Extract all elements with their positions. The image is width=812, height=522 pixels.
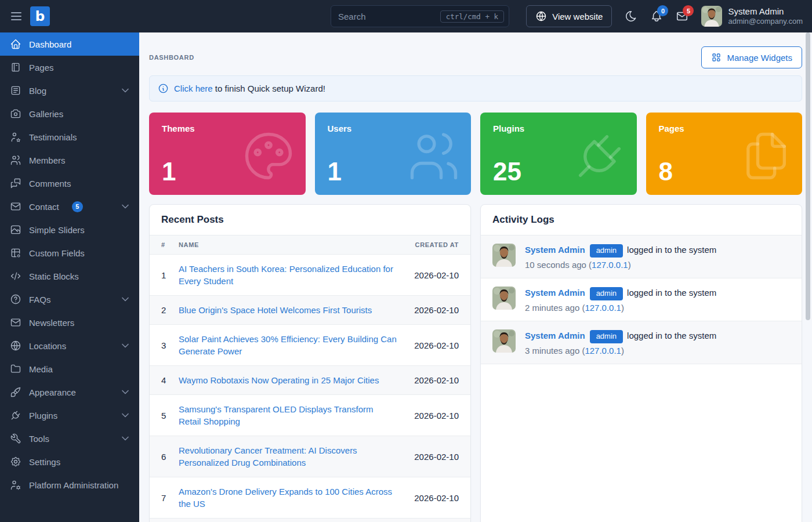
sidebar-item-faqs[interactable]: FAQs [0, 288, 139, 311]
view-website-button[interactable]: View website [526, 5, 612, 27]
sidebar-item-label: Pages [29, 63, 54, 72]
sidebar-item-label: Comments [29, 179, 71, 188]
table-row: 2Blue Origin's Space Hotel Welcomes Firs… [150, 296, 470, 325]
activity-user-link[interactable]: System Admin [525, 288, 585, 298]
notifications-button[interactable]: 0 [650, 10, 663, 23]
stat-card-pages[interactable]: Pages 8 [646, 113, 803, 195]
activity-action: logged in to the system [627, 288, 716, 298]
mail-icon [10, 201, 21, 212]
table-row: 6Revolutionary Cancer Treatment: AI Disc… [150, 436, 470, 477]
sidebar-item-contact[interactable]: Contact 5 [0, 195, 139, 218]
activity-log-entry: System Adminadminlogged in to the system… [481, 278, 802, 321]
sidebar-item-plugins[interactable]: Plugins [0, 404, 139, 427]
chevron-down-icon [119, 433, 131, 444]
sidebar-item-members[interactable]: Members [0, 148, 139, 172]
mail-icon [10, 317, 21, 328]
recent-posts-card: Recent Posts # NAME CREATED AT 1AI Teach… [149, 204, 471, 522]
brand-logo-letter: b [35, 9, 45, 24]
activity-ip-link[interactable]: 127.0.0.1 [585, 303, 621, 313]
stat-card-themes[interactable]: Themes 1 [149, 113, 306, 195]
plug-icon [571, 127, 629, 185]
sidebar-item-label: Blog [29, 86, 46, 96]
activity-time: 10 seconds ago [525, 260, 586, 270]
scrollbar-thumb[interactable] [806, 32, 810, 320]
theme-toggle-button[interactable] [625, 10, 637, 23]
activity-user-link[interactable]: System Admin [525, 245, 585, 255]
stat-card-users[interactable]: Users 1 [315, 113, 472, 195]
alert-text: Click here to finish Quick setup Wizard! [174, 84, 325, 93]
stat-cards: Themes 1 Users 1 Plugins 25 Pages 8 [149, 113, 802, 195]
sidebar-item-label: Dashboard [29, 39, 71, 49]
sidebar-item-label: Settings [29, 457, 60, 467]
messages-count-badge: 5 [683, 5, 694, 16]
post-link[interactable]: AI Teachers in South Korea: Personalized… [179, 264, 393, 286]
sidebar-item-label: Tools [29, 434, 49, 444]
activity-content: System Adminadminlogged in to the system… [525, 329, 716, 356]
sidebar-toggle-button[interactable] [8, 8, 24, 24]
moon-icon [625, 10, 637, 23]
article-icon [10, 85, 21, 96]
post-link[interactable]: Amazon's Drone Delivery Expands to 100 C… [179, 487, 392, 509]
user-cog-icon [10, 479, 21, 491]
manage-widgets-button[interactable]: Manage Widgets [701, 46, 802, 68]
post-link[interactable]: Waymo Robotaxis Now Operating in 25 Majo… [179, 375, 379, 385]
post-link[interactable]: Revolutionary Cancer Treatment: AI Disco… [179, 445, 357, 467]
sidebar-item-comments[interactable]: Comments [0, 172, 139, 195]
sidebar-item-static-blocks[interactable]: Static Blocks [0, 264, 139, 288]
user-menu[interactable]: System Admin admin@company.com [701, 6, 803, 27]
post-date: 2026-02-10 [402, 296, 470, 325]
post-name-cell: SpaceX Starship Successfully Lands on Mo… [174, 519, 402, 522]
sidebar-item-media[interactable]: Media [0, 357, 139, 380]
sidebar-item-blog[interactable]: Blog [0, 79, 139, 102]
messages-button[interactable]: 5 [676, 10, 688, 23]
photo-icon [10, 224, 21, 235]
sidebar-item-label: FAQs [29, 295, 51, 304]
post-link[interactable]: Samsung's Transparent OLED Displays Tran… [179, 404, 374, 426]
search-input[interactable] [338, 12, 440, 21]
brand-logo[interactable]: b [30, 6, 50, 26]
sidebar-item-dashboard[interactable]: Dashboard [0, 32, 139, 56]
sidebar-item-galleries[interactable]: Galleries [0, 102, 139, 125]
page-header: DASHBOARD Manage Widgets [149, 46, 802, 68]
row-number: 5 [150, 395, 174, 436]
sidebar-item-custom-fields[interactable]: Custom Fields [0, 241, 139, 264]
activity-user-link[interactable]: System Admin [525, 331, 585, 340]
sidebar-item-simple-sliders[interactable]: Simple Sliders [0, 218, 139, 241]
post-date: 2026-02-10 [402, 519, 470, 522]
help-circle-icon [10, 293, 21, 305]
sidebar-item-label: Static Blocks [29, 271, 79, 281]
sidebar-item-locations[interactable]: Locations [0, 334, 139, 357]
stat-card-plugins[interactable]: Plugins 25 [480, 113, 637, 195]
activity-log-entry: System Adminadminlogged in to the system… [481, 321, 802, 364]
sidebar-item-pages[interactable]: Pages [0, 56, 139, 79]
sidebar-item-appearance[interactable]: Appearance [0, 380, 139, 404]
post-link[interactable]: Solar Paint Achieves 30% Efficiency: Eve… [179, 334, 397, 356]
layout-grid-icon [711, 52, 722, 63]
activity-ip-link[interactable]: 127.0.0.1 [592, 260, 628, 270]
sidebar-item-tools[interactable]: Tools [0, 427, 139, 450]
post-name-cell: Waymo Robotaxis Now Operating in 25 Majo… [174, 366, 402, 395]
activity-action: logged in to the system [627, 331, 716, 340]
camera-icon [10, 108, 21, 119]
sidebar-item-settings[interactable]: Settings [0, 450, 139, 473]
view-website-label: View website [552, 12, 603, 21]
globe-icon [535, 10, 547, 22]
sidebar-item-platform-administration[interactable]: Platform Administration [0, 473, 139, 496]
table-row: 5Samsung's Transparent OLED Displays Tra… [150, 395, 470, 436]
row-number: 1 [150, 255, 174, 296]
chevron-down-icon [119, 409, 131, 421]
sidebar-item-testimonials[interactable]: Testimonials [0, 125, 139, 148]
activity-content: System Adminadminlogged in to the system… [525, 244, 716, 270]
admin-app: b ctrl/cmd + k View website 0 5 [0, 0, 812, 522]
users-icon [10, 154, 21, 166]
post-name-cell: Samsung's Transparent OLED Displays Tran… [174, 395, 402, 436]
menu-icon [9, 9, 23, 23]
activity-ip-link[interactable]: 127.0.0.1 [585, 346, 621, 356]
chevron-down-icon [119, 85, 131, 96]
sidebar-item-newsletters[interactable]: Newsletters [0, 311, 139, 334]
setup-wizard-link[interactable]: Click here [174, 84, 213, 93]
post-link[interactable]: Blue Origin's Space Hotel Welcomes First… [179, 305, 372, 315]
search-shortcut-hint: ctrl/cmd + k [440, 10, 504, 23]
dashboard-panels: Recent Posts # NAME CREATED AT 1AI Teach… [149, 204, 802, 522]
post-date: 2026-02-10 [402, 255, 470, 296]
